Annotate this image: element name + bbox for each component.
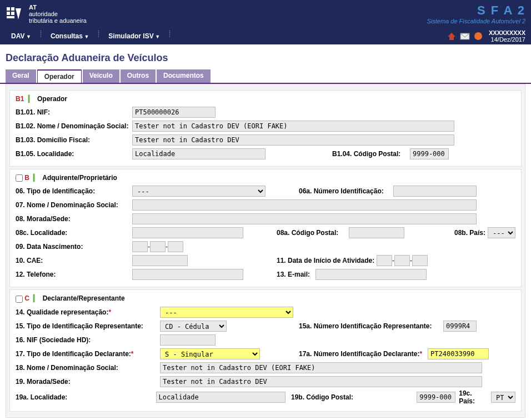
c-19b-label: 19b. Código Postal: [291,393,361,401]
c-title: Declarante/Representante [43,294,125,302]
b-09-label: 09. Data Nascimento: [16,243,132,251]
c-16-nif-hd[interactable] [160,334,216,346]
b-06a-num-id[interactable] [393,186,477,197]
b-09-m[interactable] [150,241,166,252]
b1-01-nif[interactable] [132,107,216,118]
svg-rect-2 [7,12,10,15]
user-info: XXXXXXXXX 14/Dez/2017 [489,29,525,43]
section-b1: B1 ▎ Operador B1.01. NIF: B1.02. Nome / … [9,90,522,167]
b-09-y[interactable] [168,241,183,252]
nav-sep: ┊ [168,30,172,42]
nav-simulador[interactable]: Simulador ISV [103,30,166,42]
tab-outros[interactable]: Outros [121,69,156,83]
b-08a-cp[interactable] [349,227,404,238]
logout-icon[interactable] [473,32,483,41]
b-07-nome[interactable] [132,199,477,211]
app-header: AT autoridade tributária e aduaneira S F… [0,0,531,28]
c-19a-localidade[interactable] [156,392,285,403]
c-15-tipo-id-rep[interactable]: CD - Cédula [160,321,227,332]
c-19-label: 19. Morada/Sede: [16,378,160,386]
section-bar: ▎ [33,294,38,302]
c-code: C [24,294,29,302]
c-15a-label: 15a. Número Identificação Representante: [299,322,443,330]
nav-sep: ┊ [39,30,43,42]
tab-geral[interactable]: Geral [6,69,36,83]
b-06a-label: 06a. Número Identificação: [299,187,393,195]
section-b-header: B ▎ Adquirente/Proprietário [16,174,515,182]
nav-sep: ┊ [97,30,101,42]
b1-05-localidade[interactable] [132,148,266,159]
section-c-header: C ▎ Declarante/Representante [16,294,515,302]
home-icon[interactable] [447,32,457,41]
c-15a-num-id-rep[interactable] [443,321,477,332]
section-bar: ▎ [28,95,33,103]
nav-left: DAV ┊ Consultas ┊ Simulador ISV ┊ [6,30,172,42]
tab-documentos[interactable]: Documentos [157,69,211,83]
c-17-tipo-id-dec[interactable]: S - Singular [160,348,260,359]
org-line1: AT [29,4,87,11]
c-17a-num-id-dec[interactable] [428,348,489,359]
b1-04-cp[interactable] [410,148,449,159]
b-08b-pais[interactable]: --- [488,227,515,238]
buttons-bar: Gravar Ficheiro Ler Ficheiro Validar Sub… [0,418,531,420]
b-12-telefone[interactable] [132,269,243,280]
current-date: 14/Dez/2017 [489,36,525,43]
c-18-nome[interactable] [160,362,482,373]
b-08a-label: 08a. Código Postal: [277,229,349,237]
nav-dav[interactable]: DAV [6,30,37,42]
b-08-morada[interactable] [132,213,477,224]
c-18-label: 18. Nome / Denominação Social: [16,364,160,372]
c-19-morada[interactable] [160,376,482,387]
b1-03-domicilio[interactable] [132,134,454,146]
c-17a-label: 17a. Número Identificação Declarante:* [299,350,422,358]
b-13-label: 13. E-mail: [277,271,315,278]
c-16-label: 16. NIF (Sociedade HD): [16,336,160,344]
tab-veiculo[interactable]: Veículo [83,69,119,83]
c-19c-pais[interactable]: PT [491,392,515,403]
b-06-tipo-id[interactable]: --- [132,186,266,197]
header-right: S F A 2 Sistema de Fiscalidade Automóvel… [427,3,525,24]
b-09-d[interactable] [132,241,148,252]
svg-rect-0 [7,7,10,11]
b-12-label: 12. Telefone: [16,271,132,278]
logo-area: AT autoridade tributária e aduaneira [6,4,87,24]
mail-icon[interactable] [460,32,470,41]
navbar: DAV ┊ Consultas ┊ Simulador ISV ┊ XXXXXX… [0,28,531,44]
svg-point-6 [474,32,482,40]
app-name: S F A 2 [427,3,525,18]
section-b: B ▎ Adquirente/Proprietário 06. Tipo de … [9,169,522,287]
b1-03-label: B1.03. Domicílio Fiscal: [16,136,132,144]
b1-02-nome[interactable] [132,121,454,132]
logo-text: AT autoridade tributária e aduaneira [29,4,87,24]
c-19b-cp[interactable] [417,392,455,403]
b-08-label: 08. Morada/Sede: [16,215,132,223]
b-08c-label: 08c. Localidade: [16,229,132,237]
svg-rect-1 [11,7,14,11]
form-area: B1 ▎ Operador B1.01. NIF: B1.02. Nome / … [6,84,525,418]
org-line2: autoridade [29,11,87,17]
b1-02-label: B1.02. Nome / Denominação Social: [16,122,132,130]
b-13-email[interactable] [315,269,427,280]
org-line3: tributária e aduaneira [29,17,87,24]
b-06-label: 06. Tipo de Identificação: [16,187,132,195]
c-14-label: 14. Qualidade representação:* [16,308,160,316]
page-title: Declaração Aduaneira de Veículos [0,44,531,69]
b1-title: Operador [37,95,67,103]
c-19a-label: 19a. Localidade: [16,393,156,401]
b-checkbox[interactable] [16,174,23,182]
tabs: Geral Operador Veículo Outros Documentos [0,69,531,84]
nav-icons [447,32,483,41]
nav-consultas[interactable]: Consultas [45,30,94,42]
b-08c-localidade[interactable] [132,227,243,238]
b1-code: B1 [16,95,24,103]
b-code: B [24,174,29,182]
tab-operador[interactable]: Operador [37,69,82,83]
c-17-label: 17. Tipo de Identificação Declarante:* [16,350,160,358]
b-11-d[interactable] [377,255,392,266]
b-11-m[interactable] [394,255,410,266]
b-11-y[interactable] [412,255,428,266]
c-19c-label: 19c. País: [459,389,489,405]
b-10-cae[interactable] [132,255,188,266]
c-14-qualidade[interactable]: --- [160,307,293,318]
c-checkbox[interactable] [16,296,23,303]
